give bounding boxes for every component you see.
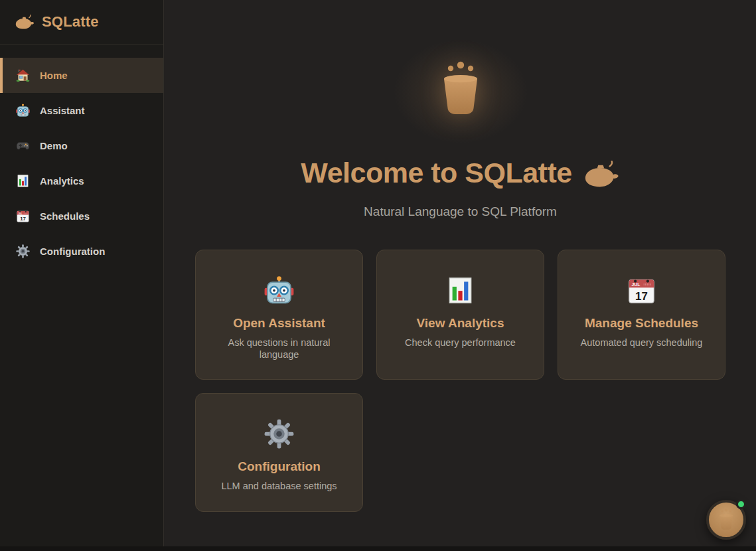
card-view-analytics[interactable]: View Analytics Check query performance (376, 250, 544, 380)
card-title: Open Assistant (212, 316, 346, 331)
card-open-assistant[interactable]: Open Assistant Ask questions in natural … (195, 250, 363, 380)
hero-icon-area (195, 60, 726, 118)
card-description: LLM and database settings (212, 481, 346, 493)
card-description: Ask questions in natural language (212, 337, 346, 360)
window-bottom-edge (0, 546, 756, 551)
gear-icon (212, 418, 346, 449)
sidebar-item-schedules[interactable]: Schedules (0, 198, 163, 234)
card-manage-schedules[interactable]: Manage Schedules Automated query schedul… (558, 250, 725, 380)
card-configuration[interactable]: Configuration LLM and database settings (195, 393, 363, 512)
sidebar: SQLatte Home Assistant Demo Analytics Sc… (0, 0, 164, 551)
bar-chart-icon (16, 174, 30, 188)
card-title: Configuration (212, 459, 346, 474)
coffee-pot-icon (15, 15, 35, 30)
calendar-icon (574, 274, 709, 306)
sidebar-item-label: Analytics (40, 175, 84, 187)
sidebar-item-assistant[interactable]: Assistant (0, 93, 163, 128)
sidebar-item-demo[interactable]: Demo (0, 128, 163, 163)
sidebar-item-label: Demo (40, 140, 68, 151)
card-title: Manage Schedules (574, 316, 709, 331)
app-logo: SQLatte (0, 0, 163, 44)
sidebar-item-label: Assistant (40, 105, 85, 116)
calendar-icon (16, 209, 30, 223)
coffee-cup-icon (718, 508, 735, 530)
robot-icon (212, 274, 346, 306)
game-controller-icon (16, 139, 30, 153)
online-status-indicator (736, 499, 746, 509)
card-description: Check query performance (393, 337, 528, 349)
home-icon (16, 68, 30, 82)
sidebar-nav: Home Assistant Demo Analytics Schedules … (0, 44, 163, 269)
sidebar-item-label: Schedules (40, 210, 90, 222)
sidebar-item-label: Configuration (40, 246, 105, 257)
gear-icon (16, 244, 30, 258)
coffee-pot-icon (583, 161, 620, 189)
card-title: View Analytics (393, 316, 528, 331)
sidebar-item-home[interactable]: Home (0, 58, 163, 93)
sidebar-item-label: Home (40, 70, 68, 81)
sidebar-item-analytics[interactable]: Analytics (0, 163, 163, 198)
coffee-assistant-fab[interactable] (706, 500, 746, 540)
app-title: SQLatte (42, 13, 99, 31)
card-description: Automated query scheduling (574, 337, 709, 349)
sidebar-item-configuration[interactable]: Configuration (0, 234, 163, 269)
page-title-text: Welcome to SQLatte (301, 157, 571, 189)
quick-action-cards: Open Assistant Ask questions in natural … (195, 250, 726, 512)
page-subtitle: Natural Language to SQL Platform (195, 204, 726, 219)
bar-chart-icon (393, 274, 528, 306)
main-content: Welcome to SQLatte Natural Language to S… (165, 0, 756, 551)
robot-icon (16, 104, 30, 118)
page-title: Welcome to SQLatte (195, 157, 726, 189)
coffee-cup-icon (439, 60, 482, 117)
